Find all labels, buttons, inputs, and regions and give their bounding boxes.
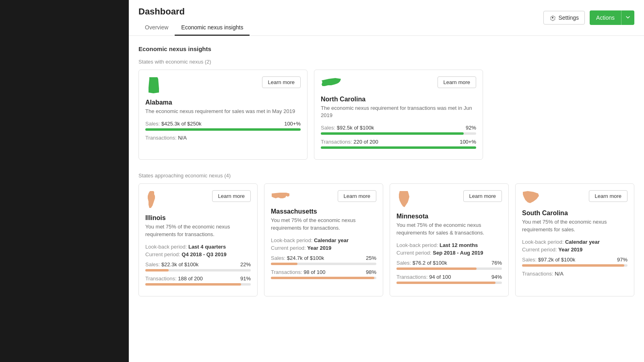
nc-description: The economic nexus requirement for trans… (321, 105, 476, 119)
nc-state-name: North Carolina (321, 96, 476, 103)
card-alabama-header: Learn more (145, 76, 301, 94)
header: Dashboard Overview Economic nexus insigh… (129, 0, 644, 36)
ma-transactions-metric: Transactions: 98 of 100 98% (271, 269, 376, 279)
card-il-header: Learn more (145, 190, 251, 210)
ma-transactions-progress-fill (271, 277, 374, 279)
north-carolina-state-icon (321, 76, 342, 91)
mn-transactions-metric: Transactions: 94 of 100 94% (396, 274, 502, 284)
il-lookback: Look-back period: Last 4 quarters (145, 244, 251, 250)
ma-description: You met 75% of the economic nexus requir… (271, 217, 376, 231)
alabama-state-icon (145, 76, 161, 94)
il-sales-progress-bg (145, 269, 251, 272)
nc-sales-progress-fill (321, 132, 464, 135)
mn-sales-progress-fill (396, 267, 477, 270)
card-minnesota: Learn more Minnesota You met 75% of the … (390, 183, 509, 296)
mn-description: You met 75% of the economic nexus requir… (396, 222, 502, 236)
mn-learn-more-button[interactable]: Learn more (463, 190, 502, 202)
ma-sales-metric: Sales: $24.7k of $100k 25% (271, 255, 376, 265)
card-sc-header: Learn more (522, 190, 627, 205)
mn-state-name: Minnesota (396, 213, 502, 220)
il-transactions-progress-bg (145, 283, 251, 286)
sc-transactions-metric: Transactions: N/A (522, 271, 627, 277)
actions-main-button[interactable]: Actions (590, 11, 621, 25)
massachusetts-state-icon (271, 190, 290, 203)
section-title: Economic nexus insights (138, 45, 634, 52)
il-sales-metric: Sales: $22.3k of $100k 22% (145, 261, 251, 272)
alabama-transactions-metric: Transactions: N/A (145, 135, 301, 141)
actions-dropdown-button[interactable] (621, 11, 634, 25)
nc-learn-more-button[interactable]: Learn more (438, 76, 476, 88)
card-mn-header: Learn more (396, 190, 502, 208)
sc-description: You met 75% of the economic nexus requir… (522, 218, 627, 233)
sc-lookback: Look-back period: Calendar year (522, 239, 627, 245)
ma-state-name: Massachusetts (271, 208, 376, 215)
mn-sales-metric: Sales: $76.2 of $100k 76% (396, 260, 502, 270)
alabama-description: The economic nexus requirement for sales… (145, 108, 301, 115)
tab-economic-nexus[interactable]: Economic nexus insights (175, 20, 250, 36)
sc-learn-more-button[interactable]: Learn more (589, 190, 627, 202)
nc-transactions-progress-bg (321, 146, 476, 149)
tabs-nav: Overview Economic nexus insights (138, 20, 250, 35)
il-current-period: Current period: Q4 2018 - Q3 2019 (145, 251, 251, 257)
mn-current-period: Current period: Sep 2018 - Aug 2019 (396, 250, 502, 256)
minnesota-state-icon (396, 190, 410, 208)
header-left: Dashboard Overview Economic nexus insigh… (138, 6, 250, 35)
sc-state-name: South Carolina (522, 210, 627, 217)
card-massachusetts: Learn more Massachusetts You met 75% of … (264, 183, 383, 296)
alabama-sales-metric: Sales: $425.3k of $250k 100+% (145, 121, 301, 131)
chevron-down-icon (625, 15, 630, 20)
ma-transactions-progress-bg (271, 277, 376, 279)
il-state-name: Illinois (145, 214, 251, 222)
card-ma-header: Learn more (271, 190, 376, 203)
ma-sales-progress-bg (271, 263, 376, 265)
il-sales-progress-fill (145, 269, 169, 272)
states-approaching-nexus-cards: Learn more Illinois You met 75% of the e… (138, 183, 634, 296)
page-title: Dashboard (138, 6, 250, 17)
card-nc-header: Learn more (321, 76, 476, 91)
settings-button[interactable]: Settings (543, 11, 585, 25)
alabama-learn-more-button[interactable]: Learn more (262, 76, 301, 88)
settings-label: Settings (558, 14, 579, 21)
nc-transactions-metric: Transactions: 220 of 200 100+% (321, 139, 476, 149)
nc-sales-metric: Sales: $92.5k of $100k 92% (321, 125, 476, 135)
mn-sales-progress-bg (396, 267, 502, 270)
illinois-state-icon (145, 190, 157, 210)
sc-sales-metric: Sales: $97.2k of $100k 97% (522, 257, 627, 267)
states-with-nexus-title: States with economic nexus (2) (138, 59, 634, 65)
main-content: Economic nexus insights States with econ… (129, 36, 644, 319)
mn-transactions-progress-fill (396, 282, 495, 284)
alabama-state-name: Alabama (145, 99, 301, 106)
tab-overview[interactable]: Overview (138, 20, 175, 36)
ma-sales-progress-fill (271, 263, 297, 265)
il-description: You met 75% of the economic nexus requir… (145, 223, 251, 238)
alabama-sales-progress-bg (145, 128, 301, 131)
card-illinois: Learn more Illinois You met 75% of the e… (138, 183, 258, 296)
states-approaching-nexus-title: States approaching economic nexus (4) (138, 173, 634, 179)
states-with-nexus-cards: Learn more Alabama The economic nexus re… (138, 70, 634, 160)
sc-sales-progress-fill (522, 264, 624, 267)
il-transactions-metric: Transactions: 188 of 200 91% (145, 276, 251, 286)
nc-sales-progress-bg (321, 132, 476, 135)
card-south-carolina: Learn more South Carolina You met 75% of… (515, 183, 634, 296)
actions-button-group: Actions (590, 10, 634, 25)
card-alabama: Learn more Alabama The economic nexus re… (138, 70, 308, 160)
illinois-learn-more-button[interactable]: Learn more (212, 190, 251, 202)
mn-lookback: Look-back period: Last 12 months (396, 242, 502, 248)
ma-learn-more-button[interactable]: Learn more (338, 190, 376, 202)
il-transactions-progress-fill (145, 283, 241, 286)
ma-lookback: Look-back period: Calendar year (271, 237, 376, 243)
header-right: Settings Actions (543, 10, 634, 31)
card-north-carolina: Learn more North Carolina The economic n… (314, 70, 483, 160)
mn-transactions-progress-bg (396, 282, 502, 284)
sc-current-period: Current period: Year 2019 (522, 247, 627, 253)
ma-current-period: Current period: Year 2019 (271, 245, 376, 251)
alabama-sales-progress-fill (145, 128, 301, 131)
south-carolina-state-icon (522, 190, 540, 205)
sc-sales-progress-bg (522, 264, 627, 267)
nc-transactions-progress-fill (321, 146, 476, 149)
gear-icon (549, 14, 556, 21)
